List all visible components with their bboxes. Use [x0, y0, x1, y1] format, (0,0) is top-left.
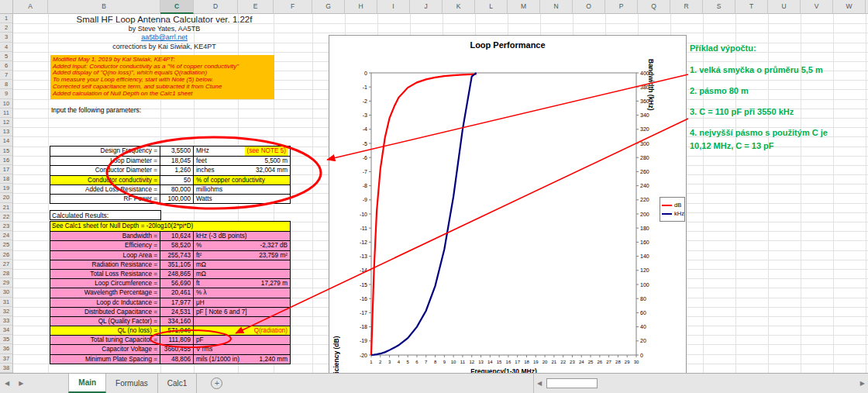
column-header-G[interactable]: G [312, 0, 345, 14]
result-value[interactable]: 255,743 [160, 251, 194, 260]
column-header-U[interactable]: U [768, 0, 801, 14]
result-label[interactable]: Total tuning Capacitor = [50, 336, 160, 344]
input-value[interactable]: 1,260 [160, 166, 194, 174]
row-header-22[interactable]: 22 [0, 212, 12, 222]
result-unit-cell[interactable]: ft17,279 m [194, 279, 290, 288]
scroll-right-icon[interactable]: ▶ [857, 380, 868, 387]
table-row[interactable]: Conductor Diameter = 1,260 inches32,004 … [50, 165, 290, 174]
row-header-33[interactable]: 33 [0, 316, 12, 326]
row-header-5[interactable]: 5 [0, 52, 12, 61]
table-row[interactable]: Distributed Capacitance = 24,531 pF [ No… [50, 307, 290, 316]
result-value[interactable]: 24,531 [160, 308, 194, 316]
result-unit-cell[interactable]: V rms [194, 345, 290, 353]
result-value[interactable]: 48,806 [160, 355, 194, 364]
select-all-corner[interactable] [0, 0, 13, 14]
result-unit-cell[interactable]: Q(radiation) [194, 326, 290, 335]
table-row[interactable]: Design Frequency = 3,5500 MHz(see NOTE 5… [50, 147, 290, 156]
table-row-ql-no-loss[interactable]: QL (no loss) = 571,046 Q(radiation) [50, 326, 290, 335]
horizontal-scrollbar[interactable]: ◀ ▶ [533, 374, 868, 393]
result-value[interactable]: 10,624 [160, 232, 194, 240]
table-row[interactable]: Loop dc Inductance = 17,977 μH [50, 298, 290, 307]
table-row[interactable]: Bandwidth = 10,624 kHz (-3 dB points) [50, 231, 290, 240]
input-unit-cell[interactable]: milliohms [194, 185, 290, 194]
tab-formulas[interactable]: Formulas [106, 374, 158, 393]
result-label[interactable]: Loop Area = [50, 251, 160, 260]
result-label[interactable]: Bandwidth = [50, 232, 160, 240]
row-header-34[interactable]: 34 [0, 326, 12, 335]
result-label[interactable]: Minimum Plate Spacing = [50, 355, 160, 364]
result-unit-cell[interactable]: kHz (-3 dB points) [194, 232, 290, 240]
column-header-V[interactable]: V [801, 0, 833, 14]
row-header-9[interactable]: 9 [0, 89, 12, 98]
result-label[interactable]: Loop dc Inductance = [50, 298, 160, 307]
row-header-25[interactable]: 25 [0, 240, 12, 250]
input-value[interactable]: 3,5500 [160, 147, 194, 156]
column-header-M[interactable]: M [508, 0, 540, 14]
tab-main[interactable]: Main [68, 374, 106, 393]
column-header-Q[interactable]: Q [638, 0, 670, 14]
result-label[interactable]: Loop Circumference = [50, 279, 160, 288]
row-header-29[interactable]: 29 [0, 278, 12, 288]
input-label[interactable]: RF Power = [50, 195, 160, 203]
column-header-W[interactable]: W [833, 0, 866, 14]
row-header-35[interactable]: 35 [0, 335, 12, 344]
result-label[interactable]: Distributed Capacitance = [50, 308, 160, 316]
row-header-21[interactable]: 21 [0, 203, 12, 212]
result-value[interactable]: 58,520 [160, 241, 194, 250]
row-header-24[interactable]: 24 [0, 231, 12, 240]
result-unit-cell[interactable]: % λ [194, 288, 290, 297]
row-header-16[interactable]: 16 [0, 156, 12, 165]
row-header-37[interactable]: 37 [0, 354, 12, 364]
result-value[interactable]: 56,690 [160, 279, 194, 288]
column-header-C[interactable]: C [160, 0, 194, 14]
input-value[interactable]: 18,045 [160, 157, 194, 165]
result-unit-cell[interactable]: pF [194, 336, 290, 344]
column-header-K[interactable]: K [443, 0, 475, 14]
table-row[interactable]: Conductor conductivity = 50 % of copper … [50, 175, 290, 184]
result-unit-cell[interactable]: mΩ [194, 270, 290, 278]
row-header-4[interactable]: 4 [0, 43, 12, 52]
scrollbar-thumb[interactable] [546, 378, 598, 388]
row-header-8[interactable]: 8 [0, 80, 12, 89]
loop-performance-chart[interactable]: 0-1-2-3-4-5-6-7-8-9-10-11-12-13-14-15-16… [329, 35, 687, 381]
column-header-B[interactable]: B [48, 0, 160, 14]
column-header-R[interactable]: R [670, 0, 703, 14]
column-header-H[interactable]: H [345, 0, 377, 14]
table-row[interactable]: Loop Circumference = 56,690 ft17,279 m [50, 278, 290, 288]
input-label[interactable]: Conductor Diameter = [50, 166, 160, 174]
row-header-3[interactable]: 3 [0, 33, 12, 42]
result-label[interactable]: Efficiency = [50, 241, 160, 250]
input-unit-cell[interactable]: MHz(see NOTE 5) [194, 147, 290, 156]
column-header-E[interactable]: E [238, 0, 274, 14]
result-value[interactable]: 334,160 [160, 317, 194, 326]
input-label[interactable]: Loop Diameter = [50, 157, 160, 165]
result-label[interactable]: Total Loss Resistance = [50, 270, 160, 278]
result-unit-cell[interactable]: ft²23,759 m² [194, 251, 290, 260]
result-value[interactable]: 3660,455 [160, 345, 194, 353]
result-value[interactable]: 351,105 [160, 260, 194, 269]
table-row[interactable]: Radiation Resistance = 351,105 mΩ [50, 260, 290, 269]
column-header-N[interactable]: N [540, 0, 573, 14]
row-header-23[interactable]: 23 [0, 222, 12, 231]
row-header-17[interactable]: 17 [0, 165, 12, 174]
input-value[interactable]: 100,000 [160, 195, 194, 203]
column-header-F[interactable]: F [274, 0, 312, 14]
column-header-P[interactable]: P [605, 0, 638, 14]
result-unit-cell[interactable] [194, 317, 290, 326]
row-header-15[interactable]: 15 [0, 147, 12, 156]
table-row[interactable]: RF Power = 100,000 Watts [50, 194, 290, 203]
result-value[interactable]: 17,977 [160, 298, 194, 307]
input-label[interactable]: Design Frequency = [50, 147, 160, 156]
result-value[interactable]: 20,461 [160, 288, 194, 297]
result-unit-cell[interactable]: mils (1/1000 in)1,240 mm [194, 355, 290, 364]
row-header-26[interactable]: 26 [0, 250, 12, 260]
row-header-10[interactable]: 10 [0, 99, 12, 109]
input-unit-cell[interactable]: Watts [194, 195, 290, 203]
row-header-14[interactable]: 14 [0, 136, 12, 146]
input-unit-cell[interactable]: % of copper conductivity [194, 176, 290, 184]
row-header-1[interactable]: 1 [0, 14, 12, 23]
result-unit-cell[interactable]: mΩ [194, 260, 290, 269]
table-row[interactable]: Loop Diameter = 18,045 feet5,500 m [50, 156, 290, 165]
result-unit-cell[interactable]: %-2,327 dB [194, 241, 290, 250]
input-label[interactable]: Conductor conductivity = [50, 176, 160, 184]
